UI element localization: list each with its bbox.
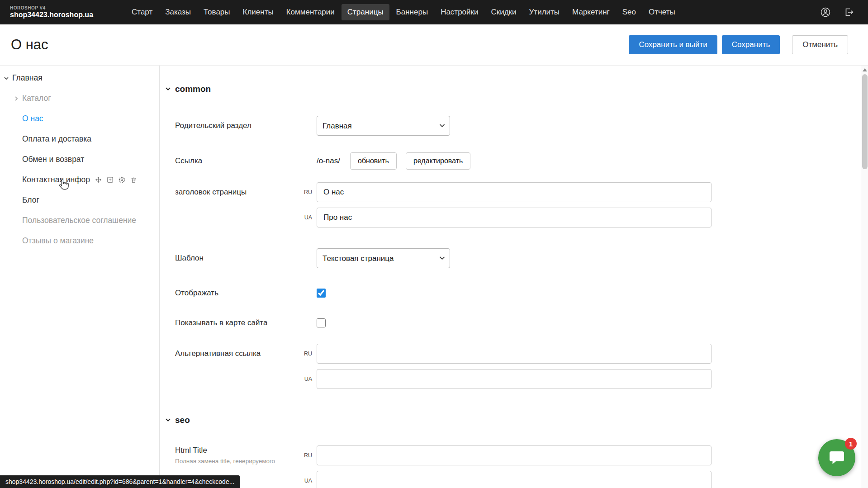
display-checkbox[interactable] xyxy=(317,289,326,298)
field-label: Показывать в карте сайта xyxy=(175,318,299,327)
sidebar-item-blog[interactable]: Блог xyxy=(0,190,159,210)
lang-badge-ru: RU xyxy=(299,189,317,195)
field-label: Html Title xyxy=(175,446,299,455)
user-account-icon[interactable] xyxy=(820,7,831,18)
form-row-page-title-ru: заголовок страницы RU xyxy=(175,182,868,202)
nav-item-start[interactable]: Старт xyxy=(126,4,158,20)
alt-link-ru-input[interactable] xyxy=(317,344,711,364)
nav-item-seo[interactable]: Seo xyxy=(617,4,642,20)
main-nav: Старт Заказы Товары Клиенты Комментарии … xyxy=(126,4,681,20)
field-label: Шаблон xyxy=(175,254,299,263)
scrollbar-thumb[interactable] xyxy=(862,74,868,169)
logout-icon[interactable] xyxy=(844,7,854,18)
nav-item-comments[interactable]: Комментарии xyxy=(280,4,341,20)
nav-item-orders[interactable]: Заказы xyxy=(159,4,197,20)
move-icon[interactable] xyxy=(95,176,102,184)
nav-item-products[interactable]: Товары xyxy=(198,4,236,20)
sidebar-item-label: Главная xyxy=(12,73,43,83)
section-seo[interactable]: seo xyxy=(165,415,868,426)
lang-badge-ua: UA xyxy=(299,376,317,382)
sidebar-item-agreement[interactable]: Пользовательское соглашение xyxy=(0,210,159,231)
cancel-button[interactable]: Отменить xyxy=(792,35,848,54)
vertical-scrollbar[interactable] xyxy=(861,66,868,488)
page-header: О нас Сохранить и выйти Сохранить Отмени… xyxy=(0,24,868,65)
section-common[interactable]: common xyxy=(165,84,868,95)
status-url-text: shop34423.horoshop.ua/edit/edit.php?id=6… xyxy=(5,478,234,485)
form-row-alt-link-ua: UA xyxy=(175,369,868,389)
nav-item-pages[interactable]: Страницы xyxy=(342,4,389,20)
field-label: Родительский раздел xyxy=(175,121,299,130)
form-row-html-title-ua: UA xyxy=(175,471,868,488)
nav-item-settings[interactable]: Настройки xyxy=(435,4,484,20)
sidebar-item-glavnaya[interactable]: Главная xyxy=(0,68,159,88)
sidebar-item-label: О нас xyxy=(22,114,43,123)
sitemap-checkbox[interactable] xyxy=(317,318,326,327)
alt-link-ua-input[interactable] xyxy=(317,369,711,389)
sidebar-item-label: Каталог xyxy=(22,94,51,103)
form-row-template: Шаблон Текстовая страница xyxy=(175,248,868,268)
section-title: seo xyxy=(175,415,190,425)
field-label: Ссылка xyxy=(175,156,299,166)
lang-badge-ua: UA xyxy=(299,478,317,484)
html-title-ru-input[interactable] xyxy=(317,445,711,465)
lang-badge-ru: RU xyxy=(299,351,317,357)
sidebar-item-label: Блог xyxy=(22,195,39,205)
chat-bubble-icon xyxy=(828,449,846,467)
html-title-ua-input[interactable] xyxy=(317,471,711,488)
sidebar-item-kontaktnaya[interactable]: Контактная инфор xyxy=(0,170,159,190)
sidebar-item-label: Оплата и доставка xyxy=(22,134,91,144)
chat-unread-badge: 1 xyxy=(845,438,857,450)
save-button[interactable]: Сохранить xyxy=(722,35,780,54)
status-url-tooltip: shop34423.horoshop.ua/edit/edit.php?id=6… xyxy=(0,475,240,488)
edit-link-button[interactable]: редактировать xyxy=(406,152,470,170)
sidebar-item-oplata[interactable]: Оплата и доставка xyxy=(0,129,159,149)
chevron-down-icon xyxy=(165,84,171,94)
chat-widget-button[interactable]: 1 xyxy=(818,439,855,476)
template-select[interactable]: Текстовая страница xyxy=(317,248,450,268)
trash-icon[interactable] xyxy=(130,176,138,184)
nav-item-utilities[interactable]: Утилиты xyxy=(523,4,566,20)
gear-icon[interactable] xyxy=(118,176,126,184)
lang-badge-ru: RU xyxy=(299,452,317,459)
field-hint: Полная замена title, генерируемого xyxy=(175,458,299,465)
page-title-ua-input[interactable] xyxy=(317,208,711,227)
refresh-link-button[interactable]: обновить xyxy=(350,152,397,170)
form-row-parent-section: Родительский раздел Главная xyxy=(175,116,868,136)
brand-domain: shop34423.horoshop.ua xyxy=(10,11,93,19)
chevron-right-icon xyxy=(14,96,19,101)
nav-item-clients[interactable]: Клиенты xyxy=(237,4,280,20)
nav-item-marketing[interactable]: Маркетинг xyxy=(566,4,616,20)
chevron-down-icon xyxy=(4,76,9,81)
sidebar-item-katalog[interactable]: Каталог xyxy=(0,88,159,109)
add-page-icon[interactable] xyxy=(106,176,114,184)
form-row-page-title-ua: UA xyxy=(175,208,868,227)
parent-section-select[interactable]: Главная xyxy=(317,116,450,136)
sidebar-item-label: Отзывы о магазине xyxy=(22,236,94,246)
chevron-down-icon xyxy=(165,415,171,425)
page-title-ru-input[interactable] xyxy=(317,182,711,202)
sidebar-item-label: Контактная инфор xyxy=(22,175,90,185)
form-row-html-title-ru: Html Title Полная замена title, генериру… xyxy=(175,445,868,465)
nav-item-banners[interactable]: Баннеры xyxy=(390,4,434,20)
brand-version: HOROSHOP V4 xyxy=(10,5,93,11)
section-title: common xyxy=(175,84,211,94)
sidebar-item-label: Пользовательское соглашение xyxy=(22,216,136,225)
sidebar-item-obmen[interactable]: Обмен и возврат xyxy=(0,149,159,170)
form-row-alt-link-ru: Альтернативная ссылка RU xyxy=(175,344,868,364)
field-label: Альтернативная ссылка xyxy=(175,349,299,358)
scroll-up-arrow-icon[interactable] xyxy=(863,68,867,71)
brand[interactable]: HOROSHOP V4 shop34423.horoshop.ua xyxy=(10,5,93,19)
field-label: заголовок страницы xyxy=(175,188,299,197)
save-and-exit-button[interactable]: Сохранить и выйти xyxy=(629,35,717,54)
topbar: HOROSHOP V4 shop34423.horoshop.ua Старт … xyxy=(0,0,868,24)
nav-item-reports[interactable]: Отчеты xyxy=(643,4,681,20)
sidebar-item-reviews[interactable]: Отзывы о магазине xyxy=(0,231,159,251)
page-title: О нас xyxy=(11,37,48,53)
tree-item-actions xyxy=(95,176,138,184)
sidebar-item-o-nas[interactable]: О нас xyxy=(0,109,159,129)
content-area: Главная Каталог О нас Оплата и доставка … xyxy=(0,65,868,488)
lang-badge-ua: UA xyxy=(299,214,317,221)
pages-tree-sidebar: Главная Каталог О нас Оплата и доставка … xyxy=(0,66,160,488)
nav-item-discounts[interactable]: Скидки xyxy=(485,4,522,20)
page-edit-form: common Родительский раздел Главная Ссылк… xyxy=(160,66,868,488)
